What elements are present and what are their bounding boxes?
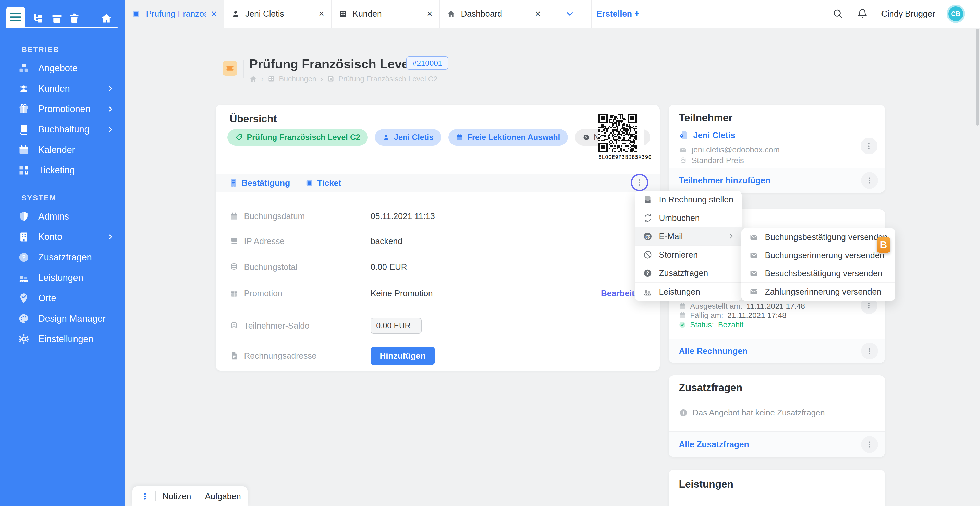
sidebar-item-label: Buchhaltung	[38, 124, 89, 135]
sidebar: BETRIEB Angebote Kunden Promotionen Buch…	[0, 0, 125, 506]
kebab-icon[interactable]	[141, 492, 149, 501]
overview-card: Übersicht Prüfung Französisch Level C2 J…	[216, 105, 660, 371]
field-label: Teilnehmer-Saldo	[244, 321, 310, 331]
close-icon[interactable]: ×	[319, 9, 324, 18]
sidebar-item-zusatzfragen[interactable]: ? Zusatzfragen	[0, 247, 125, 267]
tab-ticket[interactable]: Ticket	[305, 178, 342, 188]
close-icon[interactable]: ×	[535, 9, 541, 18]
menu-item-umbuchen[interactable]: Umbuchen	[635, 209, 741, 228]
bell-icon[interactable]	[857, 8, 868, 19]
sidebar-item-leistungen[interactable]: Leistungen	[0, 267, 125, 288]
menu-item-zusatzfragen[interactable]: ? Zusatzfragen	[635, 264, 741, 283]
sidebar-item-admins[interactable]: Admins	[0, 206, 125, 227]
scrollbar-thumb[interactable]	[976, 29, 979, 126]
qr-code-caption: 8LQGE9P3BD85X390	[598, 154, 644, 160]
receipt-icon	[230, 179, 237, 188]
coins-icon	[679, 157, 687, 164]
services-title: Leistungen	[679, 479, 733, 490]
home-icon[interactable]	[249, 75, 257, 83]
field-label: Rechnungsadresse	[244, 351, 317, 361]
tasks-tab[interactable]: Aufgaben	[205, 492, 241, 501]
tab-overflow[interactable]	[548, 0, 592, 27]
search-icon[interactable]	[832, 8, 843, 19]
invoices-footer: Alle Rechnungen	[669, 339, 885, 363]
booking-id-badge[interactable]: #210001	[406, 56, 449, 70]
sidebar-item-kalender[interactable]: Kalender	[0, 140, 125, 160]
sidebar-item-label: Promotionen	[38, 103, 90, 115]
avatar[interactable]: CB	[948, 6, 963, 21]
participant-actions-button[interactable]	[861, 138, 877, 154]
submenu-item-buchungserinnerung[interactable]: Buchungserinnerung versenden	[741, 247, 895, 264]
sidebar-section-betrieb: BETRIEB	[21, 45, 125, 54]
participant-name-link[interactable]: Jeni Cletis	[693, 130, 735, 140]
browser-extension-badge[interactable]: B	[877, 237, 890, 253]
folder-tree-icon[interactable]	[33, 13, 45, 24]
close-icon[interactable]: ×	[211, 9, 217, 18]
home-icon[interactable]	[100, 13, 112, 24]
tab-jeni-cletis[interactable]: Jeni Cletis ×	[224, 0, 332, 27]
svg-text:@: @	[645, 234, 650, 239]
breadcrumb-item[interactable]: Buchungen	[279, 75, 317, 83]
tab-dashboard[interactable]: Dashboard ×	[440, 0, 548, 27]
kebab-icon	[866, 347, 873, 355]
qr-code-block: 8LQGE9P3BD85X390	[598, 114, 644, 160]
sidebar-item-design-manager[interactable]: Design Manager	[0, 309, 125, 329]
close-icon[interactable]: ×	[427, 9, 432, 18]
sidebar-item-orte[interactable]: Orte	[0, 288, 125, 309]
trash-icon[interactable]	[68, 13, 80, 24]
create-tab-button[interactable]: Erstellen +	[592, 0, 644, 27]
create-tab-label: Erstellen +	[597, 9, 639, 19]
all-questions-link[interactable]: Alle Zusatzfragen	[679, 440, 749, 449]
add-billing-address-button[interactable]: Hinzufügen	[371, 347, 435, 365]
menu-item-label: Leistungen	[659, 287, 700, 297]
person-icon	[231, 10, 240, 18]
sidebar-item-ticketing[interactable]: Ticketing	[0, 160, 125, 180]
participants-footer: Teilnehmer hinzufügen	[669, 168, 885, 193]
field-label: Promotion	[244, 288, 282, 298]
saldo-input[interactable]	[371, 318, 422, 334]
sidebar-item-angebote[interactable]: Angebote	[0, 58, 125, 78]
sidebar-item-konto[interactable]: Konto	[0, 227, 125, 247]
menu-item-stornieren[interactable]: Stornieren	[635, 246, 741, 264]
home-icon	[447, 10, 455, 18]
sidebar-item-promotionen[interactable]: Promotionen	[0, 99, 125, 119]
svg-text:?: ?	[22, 254, 26, 261]
field-row-buchungstotal: Buchungstotal 0.00 EUR	[230, 258, 644, 276]
tab-kunden[interactable]: Kunden ×	[332, 0, 440, 27]
breadcrumb: › Buchungen › Prüfung Französisch Level …	[249, 75, 438, 83]
chevron-right-icon	[727, 233, 735, 240]
participants-footer-actions-button[interactable]	[861, 172, 878, 189]
add-participant-link[interactable]: Teilnehmer hinzufügen	[679, 176, 770, 185]
all-invoices-link[interactable]: Alle Rechnungen	[679, 346, 748, 356]
submenu-item-besuchsbestaetigung[interactable]: Besuchsbestätigung versenden	[741, 264, 895, 283]
chevron-right-icon	[107, 105, 114, 113]
kebab-icon	[866, 177, 873, 184]
notes-tab[interactable]: Notizen	[162, 492, 191, 501]
menu-item-email[interactable]: @ E-Mail	[635, 228, 741, 246]
field-value: 05.11.2021 11:13	[371, 212, 435, 221]
envelope-icon	[749, 269, 758, 278]
hamburger-icon[interactable]	[10, 13, 21, 21]
overview-actions-button[interactable]	[631, 174, 648, 191]
calendar-icon	[456, 134, 463, 141]
questions-footer-actions-button[interactable]	[861, 436, 878, 453]
tab-bestaetigung[interactable]: Bestätigung	[230, 178, 290, 188]
gift-icon	[230, 289, 239, 298]
invoices-footer-actions-button[interactable]	[861, 343, 878, 360]
menu-item-leistungen[interactable]: Leistungen	[635, 283, 741, 301]
sidebar-item-label: Admins	[38, 211, 69, 222]
sidebar-item-buchhaltung[interactable]: Buchhaltung	[0, 119, 125, 140]
menu-item-in-rechnung-stellen[interactable]: In Rechnung stellen	[635, 191, 741, 209]
chevron-down-icon	[566, 10, 574, 18]
user-name[interactable]: Cindy Brugger	[881, 9, 935, 19]
sidebar-header	[0, 0, 125, 27]
sidebar-item-einstellungen[interactable]: Einstellungen	[0, 329, 125, 349]
sidebar-item-kunden[interactable]: Kunden	[0, 78, 125, 99]
submenu-item-buchungsbestaetigung[interactable]: Buchungsbestätigung versenden	[741, 228, 895, 247]
check-circle-icon	[679, 321, 686, 328]
tab-booking[interactable]: Prüfung Französ… ×	[125, 0, 224, 27]
submenu-item-zahlungserinnerung[interactable]: Zahlungserinnerung versenden	[741, 283, 895, 301]
archive-box-icon[interactable]	[51, 13, 63, 24]
participant-price: Standard Preis	[692, 156, 744, 165]
conveyor-icon	[643, 287, 652, 296]
